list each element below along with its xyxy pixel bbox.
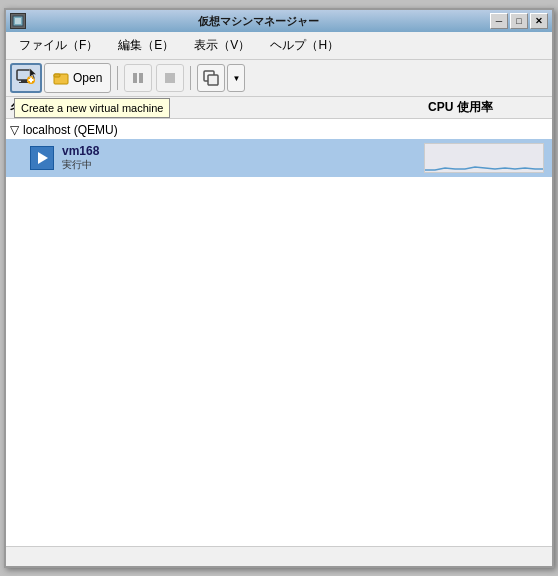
menu-bar: ファイル（F） 編集（E） 表示（V） ヘルプ（H） [6,32,552,60]
svg-rect-10 [133,73,137,83]
vm-state-icon [30,146,54,170]
stop-button[interactable] [156,64,184,92]
menu-edit[interactable]: 編集（E） [109,34,183,57]
status-bar [6,546,552,566]
svg-rect-14 [208,75,218,85]
open-folder-icon [53,70,69,86]
play-icon [38,152,48,164]
vm-status: 実行中 [62,158,424,172]
vm-row[interactable]: vm168 実行中 [6,139,552,177]
new-vm-icon [16,68,36,88]
svg-rect-4 [19,82,29,83]
vm-info: vm168 実行中 [62,144,424,172]
vm-list-header: 名前 ▼ CPU 使用率 [6,97,552,119]
minimize-button[interactable]: ─ [490,13,508,29]
menu-view[interactable]: 表示（V） [185,34,259,57]
vm-cpu-chart [424,143,544,173]
vm-group-localhost: ▽ localhost (QEMU) vm168 実行中 [6,119,552,179]
toolbar-dropdown-button[interactable]: ▼ [227,64,245,92]
menu-help[interactable]: ヘルプ（H） [261,34,348,57]
vm-list-content: ▽ localhost (QEMU) vm168 実行中 [6,119,552,546]
window-controls: ─ □ ✕ [490,13,548,29]
menu-file[interactable]: ファイル（F） [10,34,107,57]
chevron-down-icon: ▼ [232,74,240,83]
open-label: Open [73,71,102,85]
group-expand-icon: ▽ [10,123,19,137]
group-name-label: localhost (QEMU) [23,123,118,137]
open-button[interactable]: 名前 Open [44,63,111,93]
maximize-button[interactable]: □ [510,13,528,29]
clone-icon [203,70,219,86]
pause-button[interactable] [124,64,152,92]
column-name-label: 名前 [10,99,34,116]
column-header-cpu[interactable]: CPU 使用率 [428,99,548,116]
toolbar: 名前 Open ▼ [6,60,552,97]
stop-icon [163,71,177,85]
svg-rect-1 [15,18,21,24]
cpu-chart-svg [425,144,544,173]
vm-name: vm168 [62,144,424,158]
title-bar: 仮想マシンマネージャー ─ □ ✕ [6,10,552,32]
toolbar-separator-2 [190,66,191,90]
close-button[interactable]: ✕ [530,13,548,29]
svg-rect-12 [165,73,175,83]
toolbar-separator-1 [117,66,118,90]
pause-icon [131,71,145,85]
svg-rect-7 [29,79,34,81]
svg-rect-3 [21,80,27,82]
new-vm-button[interactable] [10,63,42,93]
column-header-name[interactable]: 名前 ▼ [10,99,428,116]
window-icon [10,13,26,29]
clone-button[interactable] [197,64,225,92]
svg-rect-11 [139,73,143,83]
window-title: 仮想マシンマネージャー [26,14,490,29]
main-window: 仮想マシンマネージャー ─ □ ✕ ファイル（F） 編集（E） 表示（V） ヘル… [4,8,554,568]
svg-rect-9 [54,74,60,77]
column-sort-icon: ▼ [38,101,50,115]
vm-group-header[interactable]: ▽ localhost (QEMU) [6,121,552,139]
